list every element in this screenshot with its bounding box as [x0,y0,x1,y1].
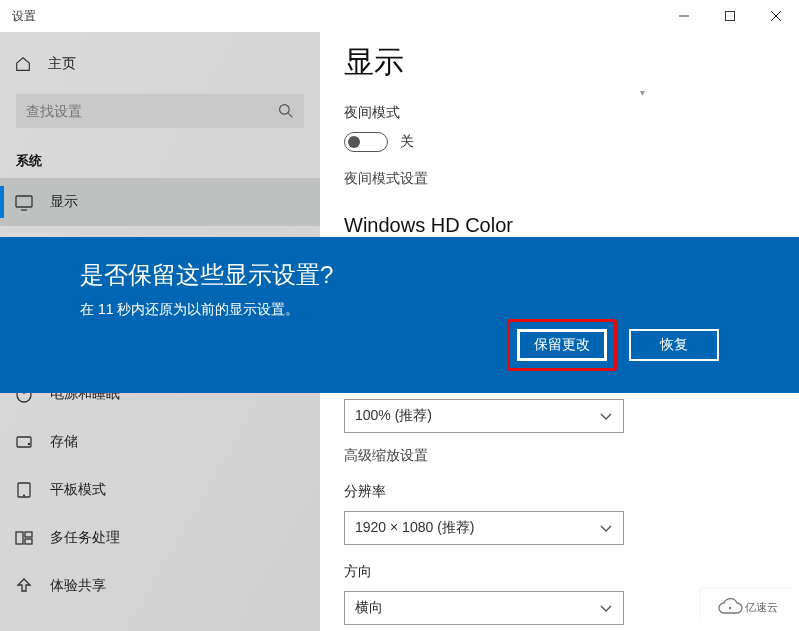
dialog-body: 在 11 秒内还原为以前的显示设置。 [80,301,719,319]
sidebar-item-label: 平板模式 [50,481,106,499]
search-box[interactable] [16,94,304,128]
watermark: 亿速云 [701,589,793,625]
sidebar-item-share[interactable]: 体验共享 [0,562,320,610]
hd-color-heading: Windows HD Color [344,214,775,237]
title-bar: 设置 [0,0,799,32]
sidebar-item-storage[interactable]: 存储 [0,418,320,466]
chevron-down-icon: ▾ [344,87,775,98]
svg-rect-15 [25,532,32,537]
resolution-label: 分辨率 [344,483,775,501]
search-icon [278,103,294,119]
scale-value: 100% (推荐) [355,407,432,425]
svg-rect-6 [16,196,32,207]
sidebar-item-display[interactable]: 显示 [0,178,320,226]
keep-changes-button[interactable]: 保留更改 [517,329,607,361]
night-mode-label: 夜间模式 [344,104,775,122]
svg-rect-14 [16,532,23,544]
revert-button[interactable]: 恢复 [629,329,719,361]
resolution-value: 1920 × 1080 (推荐) [355,519,474,537]
share-icon [14,576,34,596]
sidebar-item-label: 体验共享 [50,577,106,595]
confirm-dialog: 是否保留这些显示设置? 在 11 秒内还原为以前的显示设置。 保留更改 恢复 [0,237,799,393]
orientation-label: 方向 [344,563,775,581]
chevron-down-icon [599,521,613,535]
svg-rect-16 [25,539,32,544]
multitask-icon [14,528,34,548]
sidebar-home-label: 主页 [48,55,76,73]
sidebar-item-label: 存储 [50,433,78,451]
orientation-value: 横向 [355,599,383,617]
night-mode-toggle[interactable] [344,132,388,152]
sidebar-item-label: 显示 [50,193,78,211]
page-title: 显示 [344,42,775,83]
svg-text:亿速云: 亿速云 [744,601,778,613]
sidebar-item-label: 多任务处理 [50,529,120,547]
tablet-icon [14,480,34,500]
minimize-button[interactable] [661,0,707,32]
sidebar-home[interactable]: 主页 [0,40,320,88]
scale-select[interactable]: 100% (推荐) [344,399,624,433]
cloud-icon: 亿速云 [712,595,782,619]
svg-rect-1 [726,12,735,21]
window-controls [661,0,799,32]
night-mode-settings-link[interactable]: 夜间模式设置 [344,170,775,188]
night-mode-state: 关 [400,133,414,151]
orientation-select[interactable]: 横向 [344,591,624,625]
close-button[interactable] [753,0,799,32]
svg-rect-10 [17,437,31,447]
svg-point-17 [729,607,731,609]
search-input[interactable] [26,103,278,119]
storage-icon [14,432,34,452]
sidebar-item-multitask[interactable]: 多任务处理 [0,514,320,562]
svg-point-4 [280,105,290,115]
svg-line-5 [288,113,292,117]
home-icon [14,55,32,73]
highlight-box: 保留更改 [507,319,617,371]
chevron-down-icon [599,409,613,423]
dialog-title: 是否保留这些显示设置? [80,259,719,291]
svg-point-11 [28,443,29,444]
window-title: 设置 [0,8,36,25]
advanced-scale-link[interactable]: 高级缩放设置 [344,447,775,465]
resolution-select[interactable]: 1920 × 1080 (推荐) [344,511,624,545]
maximize-button[interactable] [707,0,753,32]
sidebar-section-label: 系统 [0,132,320,178]
display-icon [14,192,34,212]
sidebar-item-tablet[interactable]: 平板模式 [0,466,320,514]
chevron-down-icon [599,601,613,615]
